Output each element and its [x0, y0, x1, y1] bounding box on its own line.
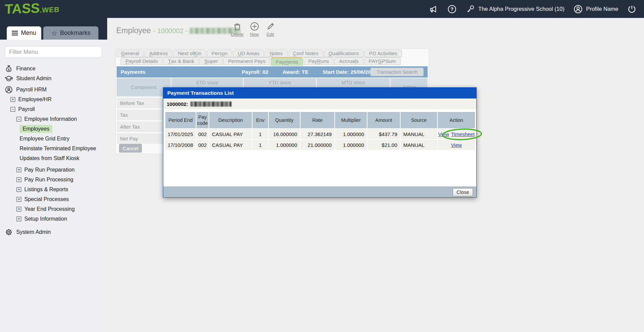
modal-employee-line: 1000002:	[163, 98, 476, 110]
view-link[interactable]: View	[438, 131, 449, 137]
tab-ud-areas[interactable]: UD Areas	[233, 49, 264, 57]
tab-general[interactable]: General	[116, 49, 144, 57]
cell-env: 1	[253, 140, 268, 150]
cell-multiplier: 1.000000	[335, 129, 367, 139]
edit-button[interactable]: Edit	[265, 21, 276, 37]
col-multiplier: Multiplier	[335, 112, 367, 128]
new-button[interactable]: New	[249, 21, 260, 37]
logout-power-icon[interactable]	[627, 4, 637, 14]
cancel-button[interactable]: Cancel	[119, 144, 142, 153]
sidebar-item-student-admin[interactable]: Student Admin	[0, 73, 107, 83]
sidebar-item-employees[interactable]: Employees	[0, 124, 107, 134]
sidebar-item-employee-grid-entry[interactable]: Employee Grid Entry	[0, 134, 107, 143]
timesheet-link[interactable]: Timesheet	[451, 131, 474, 137]
trash-icon	[232, 21, 242, 31]
expand-icon[interactable]: +	[17, 177, 21, 182]
help-icon[interactable]: ?	[447, 4, 457, 14]
cell-pay-code: 002	[196, 140, 209, 150]
sidebar-item-setup-information[interactable]: + Setup Information	[0, 214, 107, 224]
money-bag-icon: $	[5, 65, 13, 73]
tab-menu[interactable]: Menu	[7, 26, 41, 40]
tab-accruals[interactable]: Accruals	[334, 57, 363, 65]
cell-env: 1	[253, 129, 268, 139]
cell-source: MANUAL	[401, 140, 437, 150]
profile-name: Profile Name	[586, 6, 618, 12]
tab-permanent-pays[interactable]: Permanent Pays	[223, 57, 270, 65]
sidebar-item-pay-run-processing[interactable]: + Pay Run Processing	[0, 175, 107, 184]
tab-qualifications[interactable]: Qualifications	[324, 49, 364, 57]
modal-employee-id: 1000002:	[167, 101, 188, 107]
sidebar-item-year-end-processing[interactable]: + Year End Processing	[0, 204, 107, 214]
col-period-end: Period End	[165, 112, 196, 128]
redacted-employee-name	[190, 102, 232, 107]
payments-header-bar: Payments Payroll: 02 Award: TE Start Dat…	[117, 66, 428, 78]
delete-button[interactable]: Delete	[231, 21, 244, 37]
announcements-icon[interactable]	[429, 4, 438, 14]
filter-menu-input[interactable]	[5, 46, 102, 58]
tab-super[interactable]: Super	[199, 57, 222, 65]
sidebar-item-system-admin[interactable]: System Admin	[0, 227, 107, 237]
payroll-code: Payroll: 02	[242, 69, 268, 75]
tab-tax-bank[interactable]: Tax & Bank	[163, 57, 199, 65]
svg-text:?: ?	[450, 6, 453, 12]
expand-icon[interactable]: +	[17, 197, 21, 202]
col-description: Description	[209, 112, 252, 128]
cell-description: CASUAL PAY	[209, 129, 252, 139]
expand-icon[interactable]: +	[17, 187, 21, 192]
tab-notes[interactable]: Notes	[265, 49, 287, 57]
sidebar-item-employee-hr[interactable]: + Employee/HR	[0, 94, 107, 104]
cell-period-end: 17/01/2025	[165, 129, 196, 139]
collapse-icon[interactable]: −	[10, 107, 15, 112]
profile-icon	[573, 4, 583, 14]
sidebar-item-label: Setup Information	[24, 216, 67, 222]
close-button[interactable]: Close	[453, 188, 473, 196]
tab-menu-label: Menu	[21, 29, 36, 37]
row-label: Net Pay	[117, 133, 171, 144]
expand-icon[interactable]: +	[17, 217, 21, 221]
sidebar: $ Finance Student Admin Payroll HRM + Em…	[0, 40, 107, 332]
tab-address[interactable]: Address	[144, 49, 172, 57]
view-link[interactable]: View	[451, 142, 462, 148]
sidebar-item-label: Updates from Staff Kiosk	[20, 155, 79, 161]
person-circle-icon	[5, 86, 13, 94]
edit-label: Edit	[266, 32, 274, 37]
expand-icon[interactable]: +	[17, 207, 21, 212]
graduation-cap-icon	[5, 74, 13, 83]
tab-bookmarks[interactable]: ☆ Bookmarks	[43, 26, 98, 40]
col-env: Env	[253, 112, 268, 128]
sidebar-item-listings-reports[interactable]: + Listings & Reports	[0, 184, 107, 194]
tab-next-of-kin[interactable]: Next of Kin	[173, 49, 206, 57]
tab-pay-runs[interactable]: Pay Runs	[304, 57, 334, 65]
sidebar-item-finance[interactable]: $ Finance	[0, 64, 107, 73]
tab-payments[interactable]: Payments	[271, 57, 303, 66]
collapse-icon[interactable]: −	[17, 117, 21, 121]
sidebar-item-pay-run-preparation[interactable]: + Pay Run Preparation	[0, 165, 107, 175]
profile-menu[interactable]: Profile Name	[573, 4, 618, 14]
transaction-search-button[interactable]: Transaction Search	[371, 68, 424, 76]
sidebar-item-label: Employee Grid Entry	[20, 136, 70, 142]
cell-quantity: 16.000000	[269, 129, 300, 139]
gear-icon	[5, 228, 13, 236]
expand-icon[interactable]: +	[10, 97, 15, 102]
sidebar-item-payroll-hrm[interactable]: Payroll HRM	[0, 85, 107, 94]
page-title: Employee - 1000002 -	[116, 26, 240, 35]
tab-payroll-details[interactable]: Payroll Details	[121, 57, 163, 65]
tab-person[interactable]: Person	[207, 49, 233, 57]
expand-icon[interactable]: +	[17, 168, 21, 172]
cell-pay-code: 002	[196, 129, 209, 139]
sidebar-item-special-processes[interactable]: + Special Processes	[0, 194, 107, 204]
sidebar-item-label: Payroll	[18, 106, 35, 112]
svg-text:$: $	[8, 68, 9, 71]
col-pay-code: Pay code	[196, 112, 209, 128]
sidebar-item-reinstate-terminated-employee[interactable]: Reinstate Terminated Employee	[0, 143, 107, 153]
payment-transactions-modal: Payment Transactions List 1000002: Perio…	[163, 87, 477, 198]
sidebar-item-label: Employee/HR	[18, 96, 52, 103]
tab-payg-psum[interactable]: PAYG PSum	[364, 57, 401, 65]
sidebar-item-employee-information[interactable]: − Employee Information	[0, 114, 107, 124]
sidebar-item-updates-from-staff-kiosk[interactable]: Updates from Staff Kiosk	[0, 153, 107, 163]
cell-description: CASUAL PAY	[209, 140, 252, 150]
school-selector[interactable]: The Alpha Progressive School (10)	[466, 4, 565, 14]
tab-pd-activities[interactable]: PD Activities	[364, 49, 402, 57]
sidebar-item-payroll[interactable]: − Payroll	[0, 104, 107, 114]
tab-conf-notes[interactable]: Conf Notes	[288, 49, 323, 57]
